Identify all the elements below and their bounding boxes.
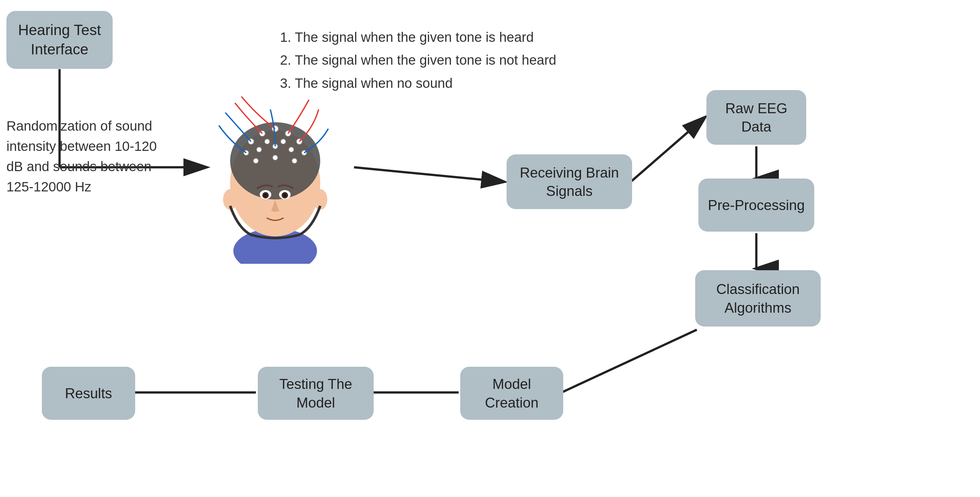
svg-point-33 — [264, 194, 267, 197]
svg-line-5 — [354, 167, 504, 182]
receiving-brain-box: Receiving BrainSignals — [507, 154, 632, 209]
svg-point-29 — [253, 158, 258, 164]
svg-point-36 — [283, 194, 286, 197]
results-box: Results — [42, 367, 135, 420]
svg-point-23 — [264, 139, 270, 144]
hearing-test-box: Hearing Test Interface — [6, 11, 113, 69]
svg-line-6 — [631, 118, 705, 182]
pre-processing-box: Pre-Processing — [698, 179, 814, 232]
svg-point-28 — [273, 155, 278, 160]
svg-point-26 — [256, 147, 262, 152]
randomization-text: Randomization of sound intensity between… — [6, 116, 157, 197]
raw-eeg-box: Raw EEGData — [706, 90, 806, 145]
diagram-container: Hearing Test Interface Randomization of … — [0, 0, 980, 497]
svg-point-30 — [292, 158, 297, 164]
classification-box: ClassificationAlgorithms — [695, 270, 821, 327]
testing-model-box: Testing TheModel — [258, 367, 374, 420]
svg-line-9 — [562, 330, 697, 392]
svg-point-24 — [281, 139, 286, 144]
model-creation-box: ModelCreation — [460, 367, 563, 420]
eeg-person-figure — [200, 64, 351, 264]
svg-point-27 — [289, 147, 294, 152]
